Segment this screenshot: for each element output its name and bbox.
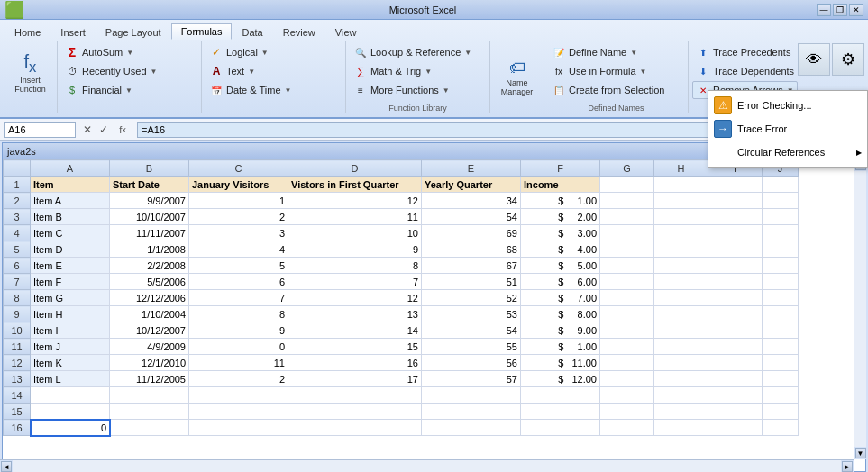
restore-button[interactable]: ❐ [833,4,847,16]
cell-a3[interactable]: Item B [31,209,110,225]
cell-b6[interactable]: 2/2/2008 [110,258,189,274]
cell-c16[interactable] [189,420,288,436]
cell-h9[interactable] [654,306,708,322]
cell-c15[interactable] [189,404,288,420]
cell-b2[interactable]: 9/9/2007 [110,193,189,209]
cell-d11[interactable]: 15 [288,339,422,355]
cell-h16[interactable] [654,420,708,436]
cell-h14[interactable] [654,387,708,404]
cell-d3[interactable]: 11 [288,209,422,225]
cell-e5[interactable]: 68 [422,241,521,258]
cell-c3[interactable]: 2 [189,209,288,225]
cell-b8[interactable]: 12/12/2006 [110,290,189,306]
create-from-selection-button[interactable]: 📋 Create from Selection [548,81,668,99]
cell-j4[interactable] [763,225,799,241]
cell-d9[interactable]: 13 [288,306,422,322]
scroll-down-button[interactable]: ▼ [855,448,866,458]
cell-g11[interactable] [600,339,654,355]
cell-b3[interactable]: 10/10/2007 [110,209,189,225]
cell-f14[interactable] [521,387,600,404]
cell-b13[interactable]: 11/12/2005 [110,371,189,387]
define-name-button[interactable]: 📝 Define Name ▼ [548,43,668,61]
cell-h2[interactable] [654,193,708,209]
cell-f9[interactable]: $ 8.00 [521,306,600,322]
tab-home[interactable]: Home [5,24,50,40]
cell-a2[interactable]: Item A [31,193,110,209]
cell-i6[interactable] [708,258,763,274]
col-header-a[interactable]: A [31,160,110,177]
cell-d13[interactable]: 17 [288,371,422,387]
tab-review[interactable]: Review [273,24,325,40]
row-header-10[interactable]: 10 [4,322,31,339]
cell-c4[interactable]: 3 [189,225,288,241]
cell-c14[interactable] [189,387,288,404]
cell-d4[interactable]: 10 [288,225,422,241]
cell-i3[interactable] [708,209,763,225]
cell-i16[interactable] [708,420,763,436]
cell-j11[interactable] [763,339,799,355]
cell-a8[interactable]: Item G [31,290,110,306]
cell-g8[interactable] [600,290,654,306]
cell-f15[interactable] [521,404,600,420]
cell-e13[interactable]: 57 [422,371,521,387]
cell-c12[interactable]: 11 [189,355,288,371]
cell-i1[interactable] [708,177,763,193]
cell-i14[interactable] [708,387,763,404]
cell-c10[interactable]: 9 [189,322,288,339]
trace-dependents-button[interactable]: ⬇ Trace Dependents [692,62,798,80]
col-header-c[interactable]: C [189,160,288,177]
cell-b15[interactable] [110,404,189,420]
cell-d5[interactable]: 9 [288,241,422,258]
cell-b4[interactable]: 11/11/2007 [110,225,189,241]
cell-f3[interactable]: $ 2.00 [521,209,600,225]
col-header-h[interactable]: H [654,160,708,177]
cell-c1[interactable]: January Visitors [189,177,288,193]
row-header-1[interactable]: 1 [4,177,31,193]
cell-d12[interactable]: 16 [288,355,422,371]
cell-c6[interactable]: 5 [189,258,288,274]
cell-g1[interactable] [600,177,654,193]
horizontal-scrollbar[interactable]: ◄ ► [0,459,854,472]
cell-d7[interactable]: 7 [288,274,422,290]
row-header-8[interactable]: 8 [4,290,31,306]
cell-j13[interactable] [763,371,799,387]
tab-view[interactable]: View [325,24,367,40]
cell-f8[interactable]: $ 7.00 [521,290,600,306]
col-header-b[interactable]: B [110,160,189,177]
cell-c5[interactable]: 4 [189,241,288,258]
cell-b9[interactable]: 1/10/2004 [110,306,189,322]
formula-insert-function-button[interactable]: fx [112,122,133,138]
cell-h11[interactable] [654,339,708,355]
cell-a15[interactable] [31,404,110,420]
cell-i13[interactable] [708,371,763,387]
cell-a7[interactable]: Item F [31,274,110,290]
math-trig-button[interactable]: ∑ Math & Trig ▼ [350,62,475,80]
cell-a4[interactable]: Item C [31,225,110,241]
cell-f5[interactable]: $ 4.00 [521,241,600,258]
lookup-reference-button[interactable]: 🔍 Lookup & Reference ▼ [350,43,475,61]
cell-g15[interactable] [600,404,654,420]
cell-b7[interactable]: 5/5/2006 [110,274,189,290]
cell-i9[interactable] [708,306,763,322]
scroll-right-button[interactable]: ► [842,461,853,472]
cell-c9[interactable]: 8 [189,306,288,322]
logical-button[interactable]: ✓ Logical ▼ [206,43,295,61]
watch-window-button[interactable]: 👁 [798,43,830,76]
cell-j9[interactable] [763,306,799,322]
cell-g10[interactable] [600,322,654,339]
cell-j3[interactable] [763,209,799,225]
use-in-formula-button[interactable]: fx Use in Formula ▼ [548,62,668,80]
cell-e14[interactable] [422,387,521,404]
minimize-button[interactable]: — [817,4,831,16]
cell-a13[interactable]: Item L [31,371,110,387]
cell-g14[interactable] [600,387,654,404]
row-header-11[interactable]: 11 [4,339,31,355]
cell-e11[interactable]: 55 [422,339,521,355]
more-functions-button[interactable]: ≡ More Functions ▼ [350,81,475,99]
row-header-12[interactable]: 12 [4,355,31,371]
cell-j1[interactable] [763,177,799,193]
cell-b5[interactable]: 1/1/2008 [110,241,189,258]
cell-e4[interactable]: 69 [422,225,521,241]
cell-a11[interactable]: Item J [31,339,110,355]
autosum-button[interactable]: Σ AutoSum ▼ [61,43,160,61]
